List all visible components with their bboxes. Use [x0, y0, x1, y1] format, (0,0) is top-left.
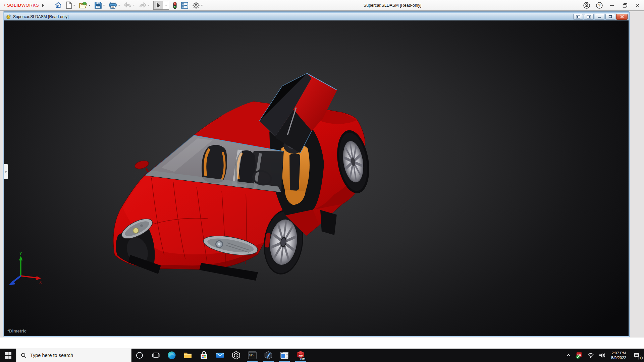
dassault-3ds-logo-icon	[3, 2, 6, 9]
taskbar-app-mail[interactable]	[212, 349, 228, 362]
account-button[interactable]	[580, 0, 593, 11]
pane-toggle-left-button[interactable]	[573, 14, 583, 20]
taskbar-app-edge[interactable]	[164, 349, 180, 362]
taskbar-app-command-prompt[interactable]: C:\	[244, 349, 260, 362]
doc-restore-button[interactable]	[605, 14, 615, 20]
minimize-button[interactable]	[606, 0, 619, 11]
side-intake	[320, 210, 337, 235]
app-document-title: Supercar.SLDASM [Read-only]	[342, 0, 443, 11]
brand-text: SOLIDWORKS	[7, 3, 39, 8]
task-view-icon	[152, 351, 160, 359]
pane-toggle-right-button[interactable]	[584, 14, 594, 20]
orientation-triad: Y X	[6, 251, 43, 288]
tray-overflow-button[interactable]	[564, 349, 573, 362]
close-icon	[635, 3, 640, 8]
triad-x-label: X	[39, 280, 42, 284]
save-dropdown[interactable]	[103, 5, 105, 6]
redo-dropdown[interactable]	[148, 5, 150, 6]
command-prompt-icon: C:\	[248, 351, 257, 359]
select-cursor-icon	[155, 2, 161, 9]
system-tray: SW 2:07 PM 5/9/2022	[564, 349, 644, 362]
toolbar-flyout-arrow-icon[interactable]	[42, 4, 44, 7]
tray-network[interactable]	[585, 349, 596, 362]
remote-window-icon	[280, 351, 289, 359]
pane-left-icon	[576, 15, 580, 18]
document-title: Supercar.SLDASM [Read-only]	[13, 14, 572, 19]
redo-button[interactable]	[139, 2, 150, 9]
wifi-icon	[587, 352, 594, 358]
save-button[interactable]	[94, 1, 105, 9]
settings-gear-icon	[192, 1, 200, 9]
open-button[interactable]	[79, 1, 91, 9]
print-button[interactable]	[109, 1, 120, 9]
left-mirror	[134, 159, 149, 174]
status-bar	[0, 338, 644, 349]
taskbar-app-solidworks[interactable]: SW 2021	[292, 349, 309, 362]
settings-button[interactable]	[192, 1, 203, 9]
undo-dropdown[interactable]	[133, 5, 135, 6]
new-document-dropdown[interactable]	[73, 5, 75, 6]
open-dropdown[interactable]	[89, 5, 91, 6]
main-toolbar	[54, 1, 203, 10]
select-dropdown[interactable]	[165, 5, 167, 6]
settings-dropdown[interactable]	[201, 5, 203, 6]
chevron-up-icon	[566, 354, 571, 357]
undo-icon	[124, 2, 132, 9]
taskbar-app-edrawings[interactable]	[260, 349, 276, 362]
new-document-button[interactable]	[66, 1, 75, 9]
options-list-icon	[181, 2, 189, 9]
restore-button[interactable]	[619, 0, 631, 11]
supercar-model[interactable]	[4, 20, 629, 336]
doc-restore-icon	[608, 15, 612, 18]
start-button[interactable]	[0, 349, 16, 362]
search-icon	[21, 353, 26, 358]
graphics-viewport[interactable]: Y X *Dimetric	[4, 20, 629, 336]
mail-icon	[216, 351, 224, 360]
svg-text:?: ?	[598, 3, 601, 8]
taskbar-app-file-explorer[interactable]	[180, 349, 196, 362]
taskbar-app-remote-window[interactable]	[276, 349, 292, 362]
restore-icon	[623, 3, 628, 8]
print-icon	[109, 1, 117, 9]
tray-volume[interactable]	[596, 349, 608, 362]
tray-clock[interactable]: 2:07 PM 5/9/2022	[608, 349, 629, 362]
3d-viewer-icon	[232, 351, 240, 360]
windows-taskbar: Type here to search	[0, 349, 644, 362]
cortana-button[interactable]	[131, 349, 148, 362]
task-view-button[interactable]	[148, 349, 164, 362]
document-titlebar[interactable]: Supercar.SLDASM [Read-only]	[4, 13, 629, 20]
mdi-area: Supercar.SLDASM [Read-only]	[0, 11, 644, 349]
svg-text:2021: 2021	[300, 358, 305, 360]
help-button[interactable]: ?	[593, 0, 606, 11]
taskbar-app-store[interactable]	[196, 349, 212, 362]
view-orientation-label: *Dimetric	[7, 328, 26, 334]
undo-button[interactable]	[124, 2, 135, 9]
select-tool-button[interactable]	[153, 1, 169, 10]
open-folder-icon	[79, 1, 88, 9]
triad-y-label: Y	[19, 251, 22, 255]
pane-right-icon	[587, 15, 591, 18]
doc-close-icon	[620, 15, 624, 18]
doc-close-button[interactable]	[616, 14, 628, 20]
edrawings-icon	[264, 351, 273, 360]
mouse-gestures-button[interactable]	[173, 1, 177, 9]
options-list-button[interactable]	[181, 2, 189, 9]
windows-logo-icon	[5, 352, 11, 359]
tray-solidworks-monitor[interactable]: SW	[573, 349, 585, 362]
app-titlebar: SOLIDWORKS	[0, 0, 644, 11]
print-dropdown[interactable]	[118, 5, 120, 6]
app-window-controls: ?	[580, 0, 644, 11]
home-button[interactable]	[54, 1, 62, 9]
doc-minimize-button[interactable]	[595, 14, 604, 20]
taskbar-search-input[interactable]: Type here to search	[16, 349, 131, 362]
minimize-icon	[610, 3, 614, 8]
featuremanager-collapse-tab[interactable]	[4, 164, 8, 179]
action-center-button[interactable]: 1	[629, 349, 644, 362]
taskbar-app-3d-viewer[interactable]	[228, 349, 244, 362]
close-button[interactable]	[631, 0, 644, 11]
file-explorer-icon	[183, 351, 192, 360]
help-icon: ?	[596, 2, 603, 9]
svg-text:SW: SW	[299, 355, 303, 358]
tray-time: 2:07 PM	[611, 351, 626, 355]
doc-minimize-icon	[598, 15, 601, 18]
